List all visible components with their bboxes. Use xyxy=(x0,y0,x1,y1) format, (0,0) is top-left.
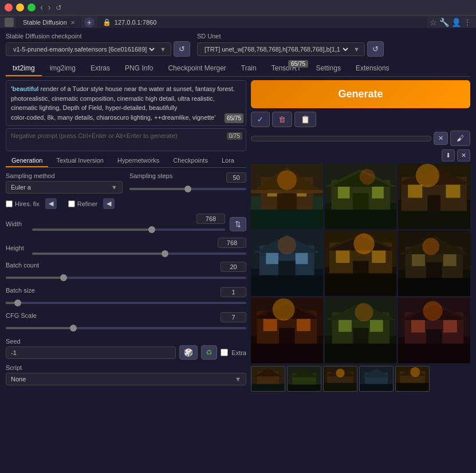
script-select[interactable]: None ▼ xyxy=(6,373,246,385)
reload-icon[interactable]: ↺ xyxy=(56,3,62,12)
batch-size-value[interactable]: 1 xyxy=(221,287,246,297)
forward-icon[interactable]: › xyxy=(48,2,50,13)
gallery-image-1[interactable] xyxy=(251,164,323,229)
checkpoint-dropdown[interactable]: v1-5-pruned-emaonly.safetensors [6ce0161… xyxy=(11,45,156,53)
positive-prompt[interactable]: 'beautiful render of a Tudor style house… xyxy=(6,80,246,126)
batch-size-slider[interactable] xyxy=(6,298,246,308)
svg-rect-52 xyxy=(443,253,457,266)
subtab-checkpoints[interactable]: Checkpoints xyxy=(167,155,214,167)
gallery-image-8[interactable] xyxy=(325,298,397,363)
address-bar[interactable]: 🔒 127.0.0.1:7860 xyxy=(97,17,427,28)
profile-icon[interactable]: 👤 xyxy=(451,18,461,27)
seed-dice-btn[interactable]: 🎲 xyxy=(179,345,198,360)
gallery-download-btn[interactable]: ⬇ xyxy=(442,149,455,161)
batch-count-row: Batch count 20 xyxy=(6,262,246,282)
sd-unet-select-container[interactable]: [TRT] unet_w[768,768,768],h[768,768,768]… xyxy=(197,42,365,56)
gallery-image-3[interactable] xyxy=(398,164,470,229)
unet-refresh-btn[interactable]: ↺ xyxy=(367,41,384,57)
subtab-generation[interactable]: Generation xyxy=(6,155,48,167)
width-thumb[interactable] xyxy=(148,226,155,233)
menu-icon[interactable]: ⋮ xyxy=(463,18,471,27)
height-value[interactable]: 768 xyxy=(218,238,246,248)
hires-checkbox[interactable] xyxy=(6,200,13,207)
sd-unet-dropdown[interactable]: [TRT] unet_w[768,768,768],h[768,768,768]… xyxy=(202,45,350,53)
negative-prompt-container[interactable]: Negative prompt (press Ctrl+Enter or Alt… xyxy=(6,128,246,151)
swap-dimensions-btn[interactable]: ⇅ xyxy=(230,217,246,231)
gallery-image-5[interactable] xyxy=(325,231,397,296)
gallery-image-4[interactable] xyxy=(251,231,323,296)
tab-close-btn[interactable]: ✕ xyxy=(70,19,75,26)
seed-extra-checkbox[interactable] xyxy=(221,349,228,356)
sampling-steps-slider[interactable] xyxy=(129,184,246,194)
generate-button[interactable]: Generate xyxy=(251,80,470,108)
subtab-hypernetworks[interactable]: Hypernetworks xyxy=(112,155,165,167)
svg-rect-93 xyxy=(288,384,320,391)
thumb-4[interactable] xyxy=(359,366,394,392)
dropdown-x-btn[interactable]: ✕ xyxy=(434,132,448,145)
svg-rect-51 xyxy=(412,253,425,266)
steps-thumb[interactable] xyxy=(184,186,191,192)
svg-rect-106 xyxy=(396,383,428,391)
batch-count-thumb[interactable] xyxy=(60,274,67,281)
refiner-arrow-btn[interactable]: ◀ xyxy=(103,198,115,209)
refiner-checkbox[interactable] xyxy=(68,200,75,207)
close-window-btn[interactable] xyxy=(5,3,13,11)
subtab-lora[interactable]: Lora xyxy=(216,155,240,167)
copy-btn[interactable]: 📋 xyxy=(294,112,316,127)
tab-png-info[interactable]: PNG Info xyxy=(118,61,160,76)
height-label: Height xyxy=(6,245,27,251)
tab-checkpoint-merger[interactable]: Checkpoint Merger xyxy=(161,61,233,76)
seed-input[interactable] xyxy=(6,346,176,359)
extensions-icon[interactable]: 🔧 xyxy=(439,18,449,27)
maximize-window-btn[interactable] xyxy=(27,3,36,11)
tab-txt2img[interactable]: txt2img xyxy=(6,61,42,76)
subtab-textual-inversion[interactable]: Textual Inversion xyxy=(50,155,109,167)
checkpoint-refresh-btn[interactable]: ↺ xyxy=(174,41,190,57)
gallery-close-btn[interactable]: ✕ xyxy=(457,149,470,161)
hires-arrow-btn[interactable]: ◀ xyxy=(45,198,57,209)
batch-size-thumb[interactable] xyxy=(14,299,21,306)
tab-settings[interactable]: Settings xyxy=(309,61,348,76)
back-icon[interactable]: ‹ xyxy=(40,2,43,13)
steps-fill xyxy=(129,188,188,190)
cfg-scale-slider[interactable] xyxy=(6,324,246,333)
cfg-thumb[interactable] xyxy=(70,325,77,332)
gallery-image-6[interactable] xyxy=(398,231,470,296)
output-dropdown[interactable] xyxy=(251,136,431,141)
gallery-image-2[interactable] xyxy=(325,164,397,229)
gallery-image-9[interactable] xyxy=(398,298,470,363)
sampling-method-select[interactable]: Euler a ▼ xyxy=(6,181,123,194)
batch-count-slider[interactable] xyxy=(6,273,246,282)
thumb-1[interactable] xyxy=(251,366,285,392)
gallery-image-7[interactable] xyxy=(251,298,323,363)
tab-extensions[interactable]: Extensions xyxy=(349,61,396,76)
svg-point-75 xyxy=(355,303,373,322)
thumb-5[interactable] xyxy=(395,366,430,392)
tab-extras[interactable]: Extras xyxy=(84,61,117,76)
trash-btn[interactable]: 🗑 xyxy=(272,112,292,127)
paint-btn[interactable]: 🖌 xyxy=(450,131,470,146)
tab-train[interactable]: Train xyxy=(234,61,263,76)
seed-recycle-btn[interactable]: ♻ xyxy=(201,345,217,360)
lock-icon: 🔒 xyxy=(103,18,111,26)
prompt-text: render of a Tudor style house near the w… xyxy=(11,85,235,111)
width-slider[interactable] xyxy=(32,225,225,234)
batch-size-track xyxy=(6,302,246,304)
tab-img2img[interactable]: img2img xyxy=(43,61,82,76)
cfg-scale-value[interactable]: 7 xyxy=(221,312,246,322)
batch-count-value[interactable]: 20 xyxy=(221,262,246,272)
bookmark-icon[interactable]: ☆ xyxy=(430,18,437,27)
new-tab-btn[interactable]: + xyxy=(84,17,95,27)
height-thumb[interactable] xyxy=(162,250,168,257)
prompt-text-2: color-coded, 8k, many details, chiaroscu… xyxy=(11,114,215,121)
checkpoint-select-container[interactable]: v1-5-pruned-emaonly.safetensors [6ce0161… xyxy=(6,42,171,56)
thumb-3[interactable] xyxy=(323,366,357,392)
minimize-window-btn[interactable] xyxy=(16,3,24,11)
browser-tab-active[interactable]: Stable Diffusion ✕ xyxy=(16,17,82,28)
height-slider[interactable] xyxy=(32,249,246,258)
width-value[interactable]: 768 xyxy=(196,214,225,224)
svg-rect-84 xyxy=(398,344,470,363)
thumb-2[interactable] xyxy=(287,366,321,392)
sampling-steps-value[interactable]: 50 xyxy=(226,172,246,183)
send-to-img2img-btn[interactable]: ✓ xyxy=(251,112,270,127)
